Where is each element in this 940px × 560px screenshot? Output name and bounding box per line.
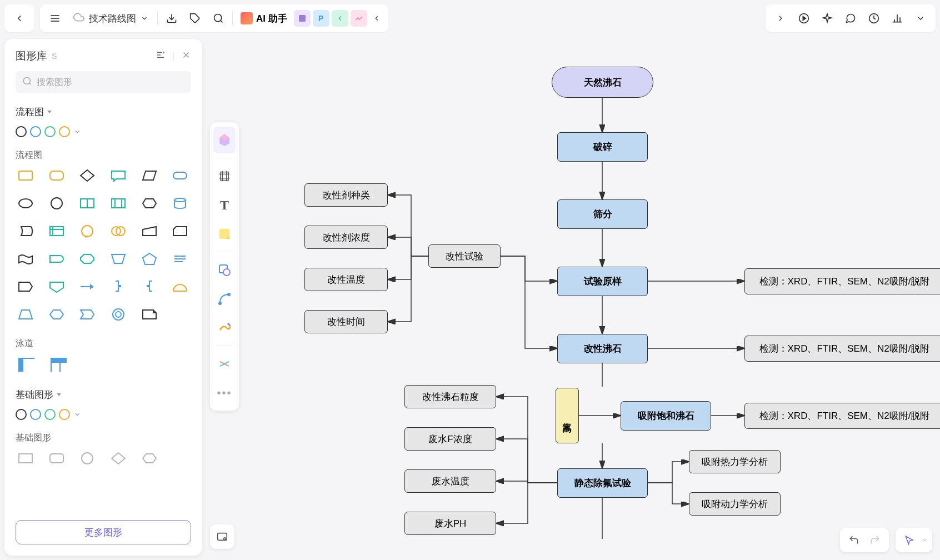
shape-arrow[interactable]: [77, 278, 97, 296]
node-crush[interactable]: 破碎: [557, 132, 648, 162]
node-hfwater[interactable]: 高氟水: [556, 388, 579, 443]
node-detect1[interactable]: 检测：XRD、FTIR、SEM、N2吸附/脱附: [744, 268, 940, 294]
shape-semicircle[interactable]: [170, 278, 190, 296]
node-mod-temp[interactable]: 改性温度: [304, 268, 388, 291]
shape-rounded-rect[interactable]: [47, 167, 67, 184]
shape-basic-rrect[interactable]: [47, 449, 67, 467]
shape-chevron[interactable]: [77, 306, 97, 323]
tool-frame[interactable]: [213, 163, 236, 189]
history-button[interactable]: [862, 7, 886, 30]
node-start[interactable]: 天然沸石: [552, 67, 653, 98]
shape-wave-rect[interactable]: [16, 250, 36, 268]
tool-shape[interactable]: [213, 257, 236, 283]
node-detect3[interactable]: 检测：XRD、FTIR、SEM、N2吸附/脱附: [744, 403, 940, 429]
tool-pen[interactable]: [213, 314, 236, 341]
shape-display[interactable]: [16, 222, 36, 240]
node-particle[interactable]: 改性沸石粒度: [404, 385, 496, 408]
ai-expand-button[interactable]: [368, 7, 385, 30]
panel-toggle-button[interactable]: [210, 524, 234, 549]
comment-button[interactable]: [839, 7, 862, 30]
node-modified[interactable]: 改性沸石: [557, 334, 648, 363]
tool-connector[interactable]: [213, 286, 236, 312]
node-sample[interactable]: 试验原样: [557, 267, 648, 296]
ai-image-tool[interactable]: [294, 10, 311, 27]
tag-button[interactable]: [183, 7, 207, 30]
shape-circle[interactable]: [47, 194, 67, 212]
shape-pentagon2[interactable]: [16, 278, 36, 296]
shape-triple-rect[interactable]: [108, 194, 128, 212]
filter-icon[interactable]: [156, 50, 166, 62]
node-sieve[interactable]: 筛分: [557, 199, 648, 229]
shape-basic-hex[interactable]: [139, 449, 159, 467]
shape-basic-diamond[interactable]: [108, 449, 128, 467]
chevron-down-icon[interactable]: [73, 128, 81, 136]
shape-rectangle[interactable]: [16, 167, 36, 184]
shape-card[interactable]: [170, 222, 190, 240]
doc-title-dropdown[interactable]: 技术路线图: [67, 12, 155, 26]
ai-assistant-button[interactable]: AI 助手: [235, 12, 293, 25]
tool-more[interactable]: •••: [213, 379, 236, 406]
node-detect2[interactable]: 检测：XRD、FTIR、SEM、N2吸附/脱附: [744, 336, 940, 362]
shape-ellipse[interactable]: [16, 194, 36, 212]
shape-terminator[interactable]: [170, 167, 190, 184]
ai-flow-tool[interactable]: [351, 10, 367, 27]
shape-internal-storage[interactable]: [47, 222, 67, 240]
shape-stadium[interactable]: [47, 250, 67, 268]
tool-text[interactable]: T: [213, 192, 236, 218]
shape-trapezoid-inv[interactable]: [108, 250, 128, 268]
shape-hexagon[interactable]: [139, 194, 159, 212]
tool-swap[interactable]: [213, 351, 236, 377]
color-orange[interactable]: [59, 126, 70, 137]
section-flowchart[interactable]: 流程图: [16, 100, 191, 123]
node-f-conc[interactable]: 废水F浓度: [404, 427, 496, 451]
canvas[interactable]: 天然沸石 破碎 筛分 试验原样 改性沸石 吸附饱和沸石 静态除氟试验 改性试验 …: [244, 39, 940, 560]
search-button[interactable]: [207, 7, 230, 30]
shape-search-input[interactable]: [16, 71, 191, 93]
node-w-ph[interactable]: 废水PH: [404, 512, 496, 535]
color-palette-row2[interactable]: [16, 406, 191, 427]
section-basic[interactable]: 基础图形: [16, 383, 191, 406]
shape-swimlane-h[interactable]: [16, 355, 37, 374]
tool-sticky[interactable]: [213, 221, 236, 247]
shape-octagon[interactable]: [77, 250, 97, 268]
shape-swimlane-v[interactable]: [48, 355, 69, 374]
shape-cylinder[interactable]: [170, 194, 190, 212]
export-button[interactable]: [160, 7, 183, 30]
color-black[interactable]: [16, 126, 27, 137]
shape-callout[interactable]: [108, 167, 128, 184]
node-kinetic[interactable]: 吸附动力学分析: [689, 492, 781, 516]
shape-diamond[interactable]: [77, 167, 97, 184]
node-mod-type[interactable]: 改性剂种类: [304, 183, 388, 207]
shape-basic-circle[interactable]: [77, 449, 97, 467]
back-button[interactable]: [8, 7, 31, 30]
shape-folded[interactable]: [139, 306, 159, 323]
color-green[interactable]: [44, 126, 56, 137]
shape-double-circle[interactable]: [108, 222, 128, 240]
more-shapes-button[interactable]: 更多图形: [16, 520, 191, 544]
node-mod-conc[interactable]: 改性剂浓度: [304, 226, 388, 249]
ai-share-tool[interactable]: [332, 10, 348, 27]
more-button[interactable]: [909, 7, 932, 30]
node-thermo[interactable]: 吸附热力学分析: [689, 450, 781, 473]
tool-theme[interactable]: [213, 127, 236, 153]
shape-pentagon[interactable]: [139, 250, 159, 268]
shape-parallelogram[interactable]: [139, 167, 159, 184]
shape-basic-rect[interactable]: [16, 449, 36, 467]
shape-double-circle2[interactable]: [108, 306, 128, 323]
shape-loop[interactable]: [77, 222, 97, 240]
shape-hex2[interactable]: [47, 306, 67, 323]
shape-split-rect[interactable]: [77, 194, 97, 212]
play-button[interactable]: [792, 7, 816, 30]
node-mod-time[interactable]: 改性时间: [304, 310, 388, 333]
shape-trapezoid[interactable]: [16, 306, 36, 323]
shape-bracket-l[interactable]: [139, 278, 159, 296]
shape-annotation[interactable]: [170, 250, 190, 268]
close-panel-icon[interactable]: [181, 50, 191, 62]
effects-button[interactable]: [816, 7, 839, 30]
color-palette-row[interactable]: [16, 123, 191, 144]
node-w-temp[interactable]: 废水温度: [404, 469, 496, 493]
shape-bracket-r[interactable]: [108, 278, 128, 296]
shape-manual-input[interactable]: [139, 222, 159, 240]
color-blue[interactable]: [30, 126, 41, 137]
analytics-button[interactable]: [886, 7, 909, 30]
